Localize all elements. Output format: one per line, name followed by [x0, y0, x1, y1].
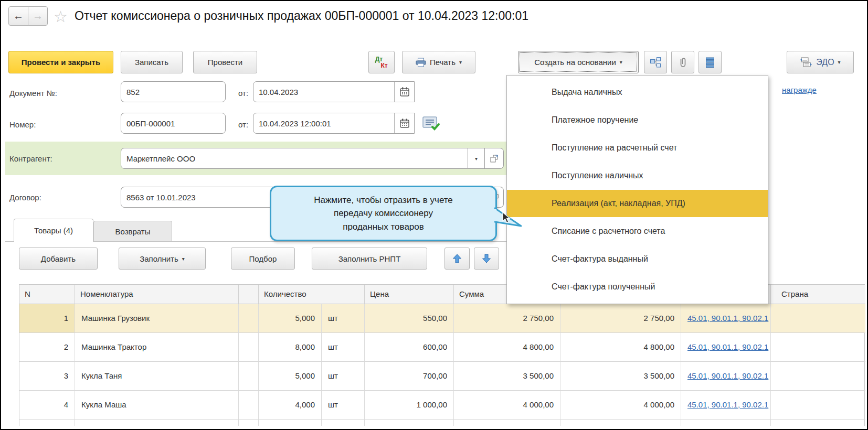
- move-row-down-button[interactable]: [474, 248, 499, 270]
- cell-total[interactable]: 4 800,00: [560, 333, 681, 362]
- menu-item-cash-receipt[interactable]: Поступление наличных: [507, 162, 768, 190]
- table-row[interactable]: 4 Кукла Маша 4,000 шт 1 000,00 4 000,00 …: [19, 391, 864, 420]
- number-date-input[interactable]: [253, 113, 415, 134]
- dt-icon: Дт: [375, 56, 383, 62]
- cell-country[interactable]: [771, 362, 865, 391]
- back-button[interactable]: ←: [8, 6, 28, 26]
- print-label: Печать: [430, 58, 456, 67]
- cell-nomenclature[interactable]: Машинка Трактор: [75, 333, 239, 362]
- cell-sum[interactable]: 3 500,00: [454, 362, 560, 391]
- number-date-calendar-button[interactable]: [394, 113, 414, 133]
- accounts-link[interactable]: 45.01, 90.01.1, 90.02.1: [687, 400, 768, 409]
- dt-kt-postings-button[interactable]: Дт Кт: [368, 51, 395, 73]
- accounts-link[interactable]: 45.01, 90.01.1, 90.02.1: [687, 314, 768, 322]
- cell-price[interactable]: 550,00: [365, 304, 454, 333]
- goods-table: N Номенклатура Количество Цена Сумма Стр…: [19, 284, 865, 426]
- fill-rnpt-button[interactable]: Заполнить РНПТ: [312, 248, 427, 270]
- menu-item-receipt-to-account[interactable]: Поступление на расчетный счет: [507, 134, 768, 162]
- related-documents-button[interactable]: [644, 51, 667, 73]
- table-row[interactable]: 2 Машинка Трактор 8,000 шт 600,00 4 800,…: [19, 333, 864, 362]
- hint-tooltip: Нажмите, чтобы отразить в учете передачу…: [270, 186, 497, 241]
- menu-item-realization[interactable]: Реализация (акт, накладная, УПД): [507, 190, 768, 218]
- fill-button[interactable]: Заполнить ▾: [119, 248, 206, 270]
- registers-list-button[interactable]: [698, 51, 722, 73]
- commission-reward-link[interactable]: награжде: [782, 85, 817, 94]
- cell-price[interactable]: 600,00: [365, 333, 454, 362]
- col-header-price[interactable]: Цена: [365, 285, 454, 304]
- cell-n: 1: [19, 304, 75, 333]
- table-row[interactable]: 1 Машинка Грузовик 5,000 шт 550,00 2 750…: [19, 304, 864, 333]
- col-header-country[interactable]: Страна: [771, 285, 865, 304]
- post-button[interactable]: Провести: [193, 51, 257, 73]
- cell-unit[interactable]: шт: [322, 304, 365, 333]
- cell-total[interactable]: 4 000,00: [560, 391, 681, 420]
- add-row-button[interactable]: Добавить: [19, 248, 98, 270]
- menu-item-invoice-issued[interactable]: Счет-фактура выданный: [507, 245, 768, 273]
- menu-item-writeoff-from-account[interactable]: Списание с расчетного счета: [507, 217, 768, 245]
- related-documents-icon: [650, 57, 661, 68]
- save-button[interactable]: Записать: [121, 51, 183, 73]
- edo-button[interactable]: ЭДО ▾: [787, 51, 854, 73]
- mouse-cursor: [502, 212, 514, 224]
- counterparty-dropdown-button[interactable]: ▾: [468, 148, 485, 169]
- menu-item-payment-order[interactable]: Платежное поручение: [507, 106, 768, 134]
- cell-country[interactable]: [771, 304, 865, 333]
- cell-qty[interactable]: 8,000: [259, 333, 322, 362]
- cell-sum[interactable]: 4 000,00: [454, 391, 560, 420]
- forward-button[interactable]: →: [28, 6, 48, 26]
- cell-total[interactable]: 3 500,00: [560, 362, 681, 391]
- cell-price[interactable]: 1 000,00: [365, 391, 454, 420]
- kt-icon: Кт: [380, 62, 387, 69]
- menu-item-invoice-received[interactable]: Счет-фактура полученный: [507, 273, 768, 300]
- post-and-close-button[interactable]: Провести и закрыть: [8, 51, 113, 73]
- counterparty-label: Контрагент:: [9, 154, 52, 163]
- cell-country[interactable]: [771, 391, 865, 420]
- cell-qty[interactable]: 5,000: [259, 304, 322, 333]
- doc-no-label: Документ №:: [9, 89, 57, 98]
- cell-blank: [239, 333, 259, 362]
- cell-nomenclature[interactable]: Кукла Таня: [75, 362, 239, 391]
- doc-no-input[interactable]: [121, 81, 226, 102]
- pick-button[interactable]: Подбор: [231, 248, 295, 270]
- cell-price[interactable]: 700,00: [365, 362, 454, 391]
- number-input[interactable]: [121, 113, 226, 134]
- cell-qty[interactable]: 5,000: [259, 362, 322, 391]
- cell-nomenclature[interactable]: Кукла Маша: [75, 391, 239, 420]
- cell-unit[interactable]: шт: [322, 333, 365, 362]
- cell-blank: [239, 304, 259, 333]
- counterparty-input[interactable]: [121, 148, 468, 169]
- cell-n: 2: [19, 333, 75, 362]
- favorites-star-icon[interactable]: ☆: [54, 7, 68, 26]
- col-header-n[interactable]: N: [19, 285, 75, 304]
- cell-total[interactable]: 2 750,00: [560, 304, 681, 333]
- fill-rnpt-label: Заполнить РНПТ: [338, 254, 401, 263]
- paperclip-icon: [678, 57, 688, 68]
- create-based-on-button[interactable]: Создать на основании ▾: [518, 51, 639, 73]
- cell-sum[interactable]: 2 750,00: [454, 304, 560, 333]
- print-button[interactable]: Печать ▾: [402, 51, 475, 73]
- cell-nomenclature[interactable]: Машинка Грузовик: [75, 304, 239, 333]
- col-header-qty[interactable]: Количество: [259, 285, 365, 304]
- col-header-nomenclature[interactable]: Номенклатура: [75, 285, 239, 304]
- tab-returns[interactable]: Возвраты: [93, 221, 172, 241]
- cell-sum[interactable]: 4 800,00: [454, 333, 560, 362]
- tab-goods[interactable]: Товары (4): [14, 219, 93, 242]
- doc-date-input[interactable]: [253, 81, 415, 102]
- move-row-up-button[interactable]: [444, 248, 470, 270]
- menu-item-cash-withdrawal[interactable]: Выдача наличных: [507, 79, 768, 106]
- counterparty-open-button[interactable]: [485, 148, 504, 169]
- accounts-link[interactable]: 45.01, 90.01.1, 90.02.1: [687, 342, 768, 351]
- cell-qty[interactable]: 4,000: [259, 391, 322, 420]
- cell-country[interactable]: [771, 333, 865, 362]
- table-row[interactable]: 3 Кукла Таня 5,000 шт 700,00 3 500,00 3 …: [19, 362, 864, 391]
- attachments-button[interactable]: [671, 51, 694, 73]
- tab-goods-label: Товары (4): [34, 226, 73, 235]
- accounts-link[interactable]: 45.01, 90.01.1, 90.02.1: [687, 371, 768, 380]
- tooltip-line: Нажмите, чтобы отразить в учете: [314, 194, 453, 207]
- forward-arrow-icon: →: [33, 10, 43, 22]
- cell-unit[interactable]: шт: [322, 362, 365, 391]
- post-label: Провести: [208, 58, 242, 67]
- doc-date-calendar-button[interactable]: [394, 82, 414, 102]
- edo-exchange-icon: [800, 57, 812, 68]
- cell-unit[interactable]: шт: [322, 391, 365, 420]
